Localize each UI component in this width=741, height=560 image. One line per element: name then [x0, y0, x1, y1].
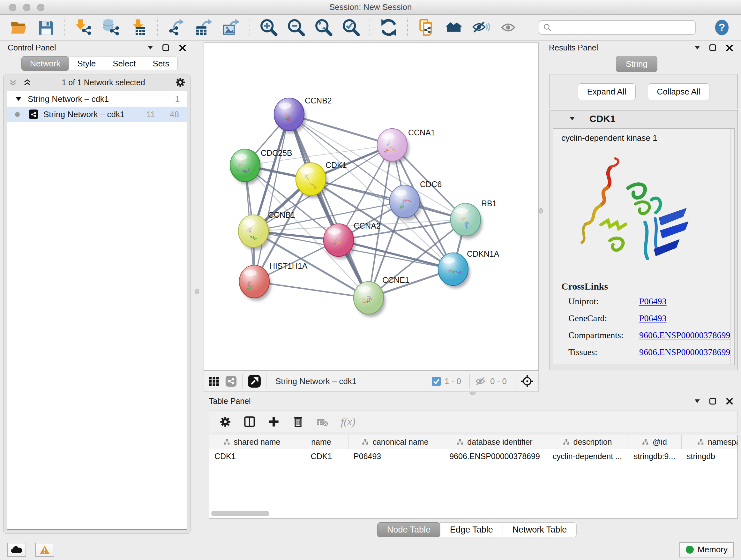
function-builder-icon[interactable]: f(x): [341, 416, 355, 428]
export-table-icon[interactable]: [195, 18, 212, 37]
string-view-icon[interactable]: [225, 375, 237, 387]
panel-menu-icon[interactable]: [695, 399, 700, 403]
apply-preferred-layout-icon[interactable]: [380, 18, 398, 37]
network-node-ccna1[interactable]: [377, 129, 409, 164]
select-columns-icon[interactable]: [244, 416, 255, 428]
table-settings-gear-icon[interactable]: [219, 416, 231, 428]
gene-section-header[interactable]: CDK1: [550, 111, 738, 127]
close-panel-icon[interactable]: [179, 44, 186, 52]
export-image-icon[interactable]: [222, 18, 240, 37]
tab-edge-table[interactable]: Edge Table: [440, 522, 503, 537]
table-horizontal-scrollbar[interactable]: [211, 511, 269, 516]
network-canvas[interactable]: CCNB2CCNA1CDC25BCDK1CDC6RB1CCNB1CCNA2HIS…: [204, 43, 539, 371]
zoom-fit-content-icon[interactable]: [315, 18, 333, 37]
crosslink-value[interactable]: P06493: [639, 296, 667, 307]
column-header-label: canonical name: [373, 437, 428, 447]
control-panel-title: Control Panel: [8, 43, 56, 52]
search-input[interactable]: [539, 20, 696, 35]
collapse-all-icon[interactable]: [9, 78, 17, 87]
column-header[interactable]: namespace: [682, 435, 738, 449]
panel-menu-icon[interactable]: [695, 46, 700, 50]
delete-column-icon[interactable]: [292, 416, 304, 428]
table-panel-title: Table Panel: [209, 396, 251, 406]
toolbar-separator: [250, 17, 250, 37]
tree-expand-icon[interactable]: [16, 97, 21, 101]
network-edge[interactable]: [254, 114, 289, 282]
network-row[interactable]: String Network – cdk1 11 48: [7, 107, 187, 122]
column-header[interactable]: description: [547, 435, 627, 449]
zoom-in-icon[interactable]: [260, 18, 278, 37]
new-network-from-selection-icon[interactable]: [417, 18, 435, 37]
collection-count: 1: [175, 94, 180, 104]
column-header[interactable]: shared name: [209, 435, 294, 449]
memory-button[interactable]: Memory: [679, 542, 734, 557]
crosslink-value[interactable]: 9606.ENSP00000378699: [639, 347, 730, 357]
warning-icon: [39, 545, 50, 555]
cloud-button[interactable]: [7, 543, 26, 557]
network-node-cdc25b[interactable]: [230, 149, 262, 185]
delete-table-icon[interactable]: [317, 416, 328, 428]
save-session-icon[interactable]: [37, 18, 55, 37]
expand-all-icon[interactable]: [23, 78, 31, 87]
crosslink-value[interactable]: 9606.ENSP00000378699: [639, 330, 730, 340]
open-session-icon[interactable]: [10, 18, 27, 37]
close-panel-icon[interactable]: [726, 397, 733, 405]
expand-all-button[interactable]: Expand All: [578, 83, 636, 100]
network-collection-row[interactable]: String Network – cdk1 1: [7, 91, 187, 107]
import-network-from-file-icon[interactable]: [75, 18, 92, 37]
tab-network[interactable]: Network: [21, 56, 69, 71]
first-neighbors-icon[interactable]: [445, 18, 463, 37]
left-splitter-handle[interactable]: [195, 289, 199, 294]
collapse-gene-icon[interactable]: [569, 117, 575, 120]
crosslink-value[interactable]: P06493: [639, 364, 667, 365]
network-node-cdkn1a[interactable]: [438, 253, 470, 288]
zoom-window-button[interactable]: [37, 4, 44, 11]
zoom-out-icon[interactable]: [287, 18, 305, 37]
birds-eye-view-icon[interactable]: [248, 374, 261, 388]
tab-sets[interactable]: Sets: [144, 56, 178, 71]
float-panel-icon[interactable]: [710, 44, 716, 51]
zoom-selected-icon[interactable]: [342, 18, 360, 37]
close-window-button[interactable]: [9, 4, 16, 11]
table-row[interactable]: CDK1CDK1P064939606.ENSP00000378699cyclin…: [209, 449, 738, 463]
minimize-window-button[interactable]: [23, 4, 30, 11]
network-node-ccne1[interactable]: [354, 282, 386, 317]
column-header[interactable]: @id: [627, 435, 682, 449]
results-scrollbar[interactable]: [730, 129, 734, 365]
network-node-hist1h1a[interactable]: [239, 265, 271, 301]
panel-menu-icon[interactable]: [148, 46, 153, 50]
network-node-ccna2[interactable]: [324, 224, 355, 259]
column-header[interactable]: database identifier: [442, 435, 547, 449]
tab-network-table[interactable]: Network Table: [502, 522, 577, 537]
tab-string[interactable]: String: [616, 56, 657, 72]
collapse-all-button[interactable]: Collapse All: [648, 83, 710, 100]
export-network-icon[interactable]: [167, 18, 185, 37]
tab-node-table[interactable]: Node Table: [377, 522, 441, 537]
network-node-rb1[interactable]: [451, 203, 482, 239]
float-panel-icon[interactable]: [162, 44, 169, 51]
add-column-icon[interactable]: [268, 416, 280, 428]
selected-nodes-checkbox[interactable]: [431, 376, 441, 386]
hidden-eye-icon[interactable]: [475, 377, 487, 386]
network-node-ccnb2[interactable]: [274, 98, 306, 133]
hide-selection-icon[interactable]: [472, 18, 490, 37]
crosslink-value[interactable]: P06493: [639, 313, 667, 323]
column-header[interactable]: canonical name: [348, 435, 442, 449]
warnings-button[interactable]: [35, 543, 54, 557]
grid-mode-icon[interactable]: [208, 375, 220, 387]
import-table-from-file-icon[interactable]: [130, 18, 147, 37]
column-header[interactable]: name: [294, 435, 348, 449]
network-edge[interactable]: [254, 282, 368, 298]
network-node-cdk1[interactable]: [296, 163, 328, 198]
gear-icon[interactable]: [175, 77, 185, 87]
column-header-label: @id: [653, 437, 667, 447]
close-panel-icon[interactable]: [726, 44, 733, 52]
import-network-from-database-icon[interactable]: [102, 18, 120, 37]
fit-selected-icon[interactable]: [521, 374, 534, 388]
help-icon[interactable]: ?: [714, 19, 730, 36]
tab-select[interactable]: Select: [104, 56, 144, 71]
tab-style[interactable]: Style: [69, 56, 105, 71]
toolbar-separator: [64, 17, 65, 37]
float-panel-icon[interactable]: [710, 398, 716, 405]
show-all-icon[interactable]: [500, 18, 518, 37]
